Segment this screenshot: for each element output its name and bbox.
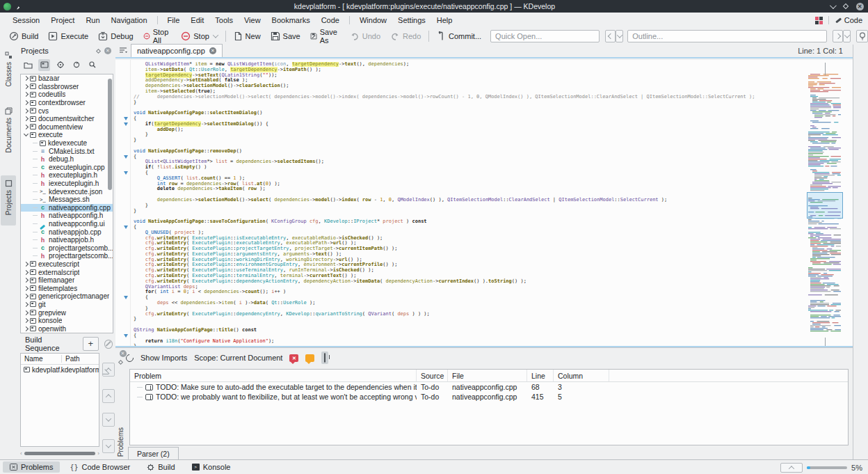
statusbar-tab-konsole[interactable]: >Konsole <box>185 461 238 473</box>
move-bottom-button[interactable] <box>102 439 115 453</box>
project-tree-scrollbar[interactable] <box>108 79 112 190</box>
tree-item-execute[interactable]: execute <box>21 131 113 139</box>
minimize-button[interactable] <box>826 2 837 10</box>
todo-filter-button[interactable] <box>321 351 328 364</box>
menu-tools[interactable]: Tools <box>209 16 239 24</box>
hscroll-thumb[interactable] <box>24 452 96 455</box>
tree-item-nativeappconfig-cpp[interactable]: cnativeappconfig.cpp <box>21 204 113 212</box>
expander-icon[interactable] <box>23 310 29 315</box>
errors-filter-icon[interactable]: ✕ <box>289 354 298 362</box>
tree-item-messages-sh[interactable]: >_Messages.sh <box>21 196 113 204</box>
refresh-icon[interactable] <box>124 352 135 363</box>
problem-row[interactable]: TODO: Make sure to auto-add the executab… <box>130 382 848 392</box>
expander-icon[interactable] <box>23 124 29 129</box>
execute-button[interactable]: Execute <box>43 29 93 43</box>
code-line[interactable]: cfg.writeEntry( ExecutePlugin::dependenc… <box>134 312 803 317</box>
menu-settings[interactable]: Settings <box>392 16 431 24</box>
expander-icon[interactable] <box>23 294 29 299</box>
column-header-line[interactable]: Line <box>527 370 554 381</box>
show-imports-button[interactable]: Show Imports <box>140 354 187 362</box>
save-button[interactable]: Save <box>266 29 305 43</box>
float-problems-icon[interactable] <box>118 360 123 365</box>
code-line[interactable]: void NativeAppConfigPage::saveToConfigur… <box>134 219 803 225</box>
build-sequence-hscrollbar[interactable]: ‹ › <box>20 450 99 456</box>
column-header-column[interactable]: Column <box>554 370 609 381</box>
statusbar-tab-code-browser[interactable]: {}Code Browser <box>63 461 137 473</box>
tree-item-documentview[interactable]: documentview <box>21 123 113 132</box>
expander-icon[interactable] <box>23 108 29 113</box>
statusbar-tab-build[interactable]: Build <box>140 461 182 473</box>
code-line[interactable]: QString NativeAppConfigPage::title() con… <box>134 328 803 333</box>
nav-forward-dropdown[interactable] <box>843 30 851 42</box>
column-header-source[interactable]: Source <box>417 370 448 381</box>
expander-icon[interactable] <box>23 84 29 89</box>
code-line[interactable]: delete dependencies->takeItem( row ); <box>134 187 803 192</box>
tree-item-kdevexecute-json[interactable]: >_kdevexecute.json <box>21 187 113 196</box>
document-switcher-button[interactable] <box>115 44 131 57</box>
build-button[interactable]: Build <box>4 29 43 43</box>
expander-icon[interactable] <box>23 326 29 331</box>
scope-button[interactable]: Scope: Current Document <box>194 354 282 362</box>
project-view-button[interactable] <box>38 59 50 71</box>
tab-close-icon[interactable]: ✕ <box>209 47 216 54</box>
menu-run[interactable]: Run <box>80 16 105 24</box>
save-as-button[interactable]: Save As <box>305 29 345 43</box>
fold-marker-icon[interactable] <box>124 296 128 299</box>
code-line[interactable]: if(targetDependency->selectItemDialog())… <box>134 122 803 127</box>
code-line[interactable]: deps << dependencies->item( i )->data( Q… <box>134 301 803 306</box>
code-line[interactable]: } <box>134 203 803 209</box>
close-problems-icon[interactable]: ✕ <box>120 350 127 357</box>
minimap[interactable] <box>807 70 843 334</box>
code-line[interactable]: for( int i = 0; i < dependencies->count(… <box>134 290 803 295</box>
tree-item-classbrowser[interactable]: classbrowser <box>21 83 113 91</box>
menu-bookmarks[interactable]: Bookmarks <box>266 16 316 24</box>
tree-item-cvs[interactable]: cvs <box>21 106 113 115</box>
tree-item-executeplugin-cpp[interactable]: cexecuteplugin.cpp <box>21 164 113 172</box>
tree-item-codeutils[interactable]: codeutils <box>21 90 113 99</box>
expander-icon[interactable] <box>23 269 29 275</box>
expander-icon[interactable] <box>23 92 29 97</box>
tree-item-konsole[interactable]: konsole <box>21 317 113 325</box>
area-switcher-icon[interactable] <box>815 17 823 24</box>
tree-item-documentswitcher[interactable]: documentswitcher <box>21 115 113 123</box>
tree-item-externalscript[interactable]: externalscript <box>21 268 113 276</box>
tree-item-cmakelists-txt[interactable]: ≡CMakeLists.txt <box>21 147 113 155</box>
tab-nativeappconfig[interactable]: nativeappconfig.cpp ✕ <box>131 44 223 57</box>
stop-dropdown-icon[interactable] <box>213 32 218 38</box>
expander-icon[interactable] <box>23 76 29 81</box>
stop-button[interactable]: Stop <box>176 29 223 43</box>
fold-marker-icon[interactable] <box>124 171 128 175</box>
code-view[interactable]: QListWidgetItem* item = new QListWidgetI… <box>134 62 803 347</box>
code-line[interactable]: // dependencies->selectionModel()->selec… <box>134 95 803 100</box>
tree-item-contextbrowser[interactable]: contextbrowser <box>21 99 113 107</box>
code-line[interactable]: void NativeAppConfigPage::selectItemDial… <box>134 111 803 116</box>
fold-marker-icon[interactable] <box>124 334 128 338</box>
menu-help[interactable]: Help <box>431 16 458 24</box>
close-panel-icon[interactable]: ✕ <box>104 47 111 54</box>
move-top-button[interactable] <box>102 363 115 377</box>
filter-project-button[interactable] <box>86 59 98 71</box>
tree-item-nativeappconfig-ui[interactable]: nativeappconfig.ui <box>21 220 113 228</box>
sidebar-tab-projects[interactable]: Projects <box>1 175 16 226</box>
fold-marker-icon[interactable] <box>124 117 128 120</box>
tree-item-nativeappjob-cpp[interactable]: cnativeappjob.cpp <box>21 228 113 236</box>
tree-item-filetemplates[interactable]: filetemplates <box>21 284 113 292</box>
code-line[interactable]: } <box>134 132 803 138</box>
code-line[interactable]: return i18n("Configure Native Applicatio… <box>134 339 803 345</box>
expander-icon[interactable] <box>23 285 29 291</box>
menu-session[interactable]: Session <box>7 16 45 24</box>
expander-icon[interactable] <box>23 132 29 138</box>
code-line[interactable]: dependencies->selectionModel()->clearSel… <box>134 84 803 89</box>
menu-edit[interactable]: Edit <box>185 16 209 24</box>
fold-marker-icon[interactable] <box>124 226 128 229</box>
scroll-up-icon[interactable] <box>825 63 830 68</box>
code-line[interactable]: } <box>134 209 803 214</box>
menu-project[interactable]: Project <box>45 16 80 24</box>
menu-window[interactable]: Window <box>354 16 392 24</box>
code-line[interactable]: addDep(); <box>134 127 803 133</box>
remove-build-item-icon[interactable] <box>104 340 113 349</box>
parser-tab[interactable]: Parser (2) <box>128 447 179 460</box>
statusbar-tab-problems[interactable]: Problems <box>3 461 60 473</box>
code-line[interactable]: if( !list.isEmpty() ) <box>134 165 803 171</box>
tree-item-nativeappjob-h[interactable]: hnativeappjob.h <box>21 236 113 244</box>
